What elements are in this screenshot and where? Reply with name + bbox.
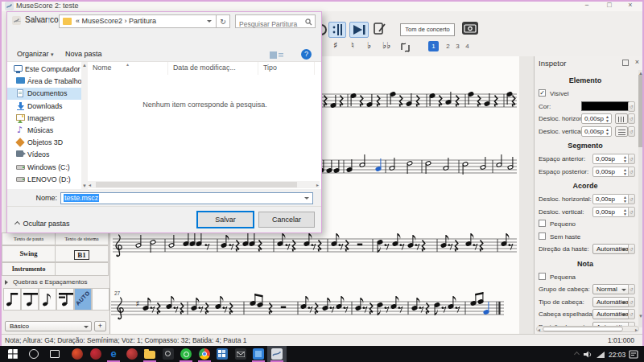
- taskbar-musescore-taskbar-icon[interactable]: [267, 346, 287, 362]
- palette-cell-swing[interactable]: Swing: [2, 245, 56, 262]
- reset-button[interactable]: ↺: [628, 154, 635, 164]
- checkbox-sem-haste[interactable]: [539, 232, 546, 240]
- view-mode-icon[interactable]: [270, 51, 284, 60]
- spinner-arrows[interactable]: ▲▼: [622, 168, 628, 176]
- spinner-desloc-horizontal[interactable]: 0,00sp▲▼: [581, 113, 612, 124]
- taskbar-whatsapp-icon[interactable]: [176, 346, 196, 362]
- notification-icon[interactable]: [629, 350, 638, 359]
- checkbox-visivel[interactable]: ✓: [539, 89, 546, 97]
- voice-1-button[interactable]: 1: [428, 41, 439, 51]
- palette-cell-instrumento[interactable]: Instrumento: [2, 262, 56, 276]
- reset-button[interactable]: ↺: [628, 207, 635, 217]
- select-direcao-da-haste[interactable]: Automática: [592, 244, 630, 254]
- snap-grid-button[interactable]: [615, 126, 628, 137]
- inspector-horizontal-scrollbar[interactable]: ◂▸: [536, 326, 639, 332]
- nav-forward-icon[interactable]: →: [27, 14, 35, 24]
- column-header-nome[interactable]: Nome▴: [88, 62, 168, 75]
- spinner-arrows[interactable]: ▲▼: [605, 128, 610, 136]
- address-dropdown-icon[interactable]: [207, 20, 212, 25]
- checkbox-pequena[interactable]: [539, 273, 546, 280]
- file-name-input[interactable]: teste.mscz: [60, 192, 313, 204]
- volume-icon[interactable]: [583, 350, 592, 359]
- concert-pitch-button[interactable]: Tom de concerto: [400, 23, 455, 36]
- palette-selector-dropdown[interactable]: Básico: [5, 321, 92, 331]
- reset-button[interactable]: ↺: [628, 126, 635, 137]
- flip-direction-icon[interactable]: [399, 41, 412, 54]
- reset-button[interactable]: ↺: [628, 284, 635, 294]
- list-horizontal-scrollbar[interactable]: ◂▸: [88, 181, 320, 188]
- sidebar-scrollbar[interactable]: ▲▼: [81, 62, 88, 189]
- help-icon[interactable]: ?: [301, 49, 312, 60]
- sidebar-item-objetos-3d[interactable]: Objetos 3D: [7, 137, 81, 149]
- breadcrumb[interactable]: « MuseScore2 › Partitura: [76, 15, 156, 27]
- spinner-espaco-posterior[interactable]: 0,00sp▲▼: [592, 167, 630, 177]
- beam-cell-beam-mid[interactable]: [21, 288, 39, 311]
- flat-icon[interactable]: ♭: [367, 40, 371, 51]
- sidebar-item-area-de-trabalho[interactable]: Área de Trabalho: [7, 76, 81, 88]
- taskbar-alarms-clock-icon[interactable]: [159, 346, 178, 362]
- sidebar-item-videos[interactable]: Vídeos: [7, 149, 81, 161]
- cancel-button[interactable]: Cancelar: [258, 212, 315, 228]
- palette-cell-texto-de-pauta[interactable]: Texto de pauta: [2, 232, 56, 245]
- palette-section-quebras-e-espacamentos[interactable]: Quebras e Espaçamentos: [2, 278, 109, 287]
- taskbar-chrome-icon[interactable]: [195, 346, 214, 362]
- beam-cell-beam-start[interactable]: [3, 288, 21, 311]
- reset-button[interactable]: ↺: [628, 101, 635, 112]
- clock[interactable]: 22:03: [609, 351, 625, 359]
- sidebar-item-musicas[interactable]: ♪Músicas: [7, 125, 81, 137]
- image-capture-button[interactable]: [462, 22, 478, 35]
- taskbar-office-tiles-icon[interactable]: [213, 346, 232, 362]
- snap-grid-button[interactable]: [615, 113, 628, 124]
- cortana-button[interactable]: [24, 346, 43, 362]
- nav-back-icon[interactable]: ←: [14, 14, 23, 24]
- close-panel-icon[interactable]: ×: [635, 58, 639, 66]
- search-input[interactable]: [236, 19, 303, 31]
- spinner-arrows[interactable]: ▲▼: [622, 195, 628, 204]
- sharp-icon[interactable]: ♯: [333, 40, 337, 51]
- sidebar-item-lenovo-d[interactable]: LENOVO (D:): [7, 174, 81, 186]
- nav-up-icon[interactable]: ↑: [47, 14, 52, 24]
- address-bar[interactable]: « MuseScore2 › Partitura: [59, 14, 217, 28]
- maximize-button[interactable]: □: [599, 0, 620, 10]
- pan-score-button[interactable]: [372, 22, 388, 38]
- taskbar-circle-app-icon[interactable]: [86, 346, 105, 362]
- natural-icon[interactable]: ♮: [351, 40, 354, 51]
- column-header-data-de-modificac[interactable]: Data de modificaç...: [168, 62, 258, 75]
- select-tipo-de-cabeca[interactable]: Automática: [592, 297, 630, 307]
- new-folder-button[interactable]: Nova pasta: [65, 50, 102, 58]
- beam-cell-beam-none[interactable]: [39, 288, 56, 311]
- reset-button[interactable]: ↺: [628, 244, 635, 254]
- network-icon[interactable]: [596, 351, 605, 359]
- sidebar-item-downloads[interactable]: Downloads: [7, 101, 81, 113]
- play-repeats-button[interactable]: [349, 22, 369, 38]
- taskbar-edge-icon[interactable]: e: [104, 346, 123, 362]
- nav-history-icon[interactable]: ▾: [39, 18, 42, 25]
- reset-button[interactable]: ↺: [628, 113, 635, 124]
- reset-button[interactable]: ↺: [628, 297, 635, 307]
- color-swatch[interactable]: [581, 101, 630, 111]
- refresh-button[interactable]: ↻: [217, 14, 230, 28]
- float-panel-icon[interactable]: [622, 60, 629, 66]
- save-button[interactable]: Salvar: [197, 212, 254, 228]
- taskbar-photos-icon[interactable]: [249, 346, 268, 362]
- sidebar-item-este-computador[interactable]: Este Computador: [7, 64, 81, 76]
- taskbar-explorer-folder-icon[interactable]: [140, 346, 159, 362]
- name-dropdown-icon[interactable]: [304, 197, 309, 202]
- hide-folders-button[interactable]: Ocultar pastas: [15, 215, 69, 229]
- organize-button[interactable]: Organizar ▾: [17, 50, 54, 58]
- voice-4-button[interactable]: 4: [462, 41, 473, 51]
- sidebar-item-imagens[interactable]: Imagens: [7, 113, 81, 125]
- spinner-desloc-vertical[interactable]: 0,00sp▲▼: [581, 126, 612, 137]
- sidebar-item-documentos[interactable]: Documentos: [7, 88, 81, 100]
- inspector-vertical-scrollbar[interactable]: ▲▼: [638, 70, 642, 327]
- close-button[interactable]: ×: [620, 0, 641, 10]
- taskbar-red-app-icon[interactable]: [122, 346, 142, 362]
- loop-playback-button[interactable]: [328, 22, 346, 38]
- start-button[interactable]: [3, 346, 23, 362]
- double-flat-icon[interactable]: ♭♭: [382, 40, 390, 51]
- spinner-desloc-vertical[interactable]: 0,00sp▲▼: [592, 207, 630, 217]
- checkbox-pequeno[interactable]: [539, 220, 546, 227]
- beam-cell-auto[interactable]: AUTO: [74, 288, 92, 311]
- beam-cell-beam-sub[interactable]: [56, 288, 74, 311]
- spinner-arrows[interactable]: ▲▼: [605, 115, 610, 123]
